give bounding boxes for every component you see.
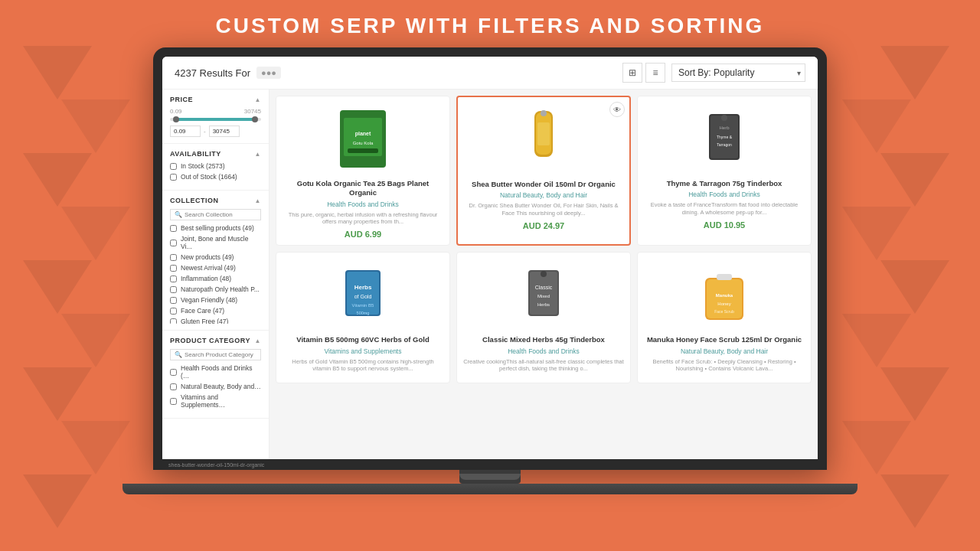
availability-out-of-stock-label: Out of Stock (1664) [181, 173, 237, 181]
svg-text:Tarragon: Tarragon [717, 142, 732, 147]
product-image-1 [513, 105, 574, 174]
category-cb-2[interactable] [170, 398, 177, 405]
search-keyword: ●●● [256, 67, 281, 79]
product-price-0: AUD 6.99 [345, 230, 381, 239]
collection-cb-4[interactable] [170, 276, 177, 282]
range-slider-fill [175, 118, 256, 121]
product-category-filter-section: PRODUCT CATEGORY ▲ 🔍 Health Foods and D [162, 331, 269, 419]
svg-text:Vitamin B5: Vitamin B5 [352, 303, 375, 308]
collection-item-6[interactable]: Vegan Friendly (48) [170, 296, 261, 304]
product-brand-0: Health Foods and Drinks [327, 201, 399, 208]
availability-in-stock[interactable]: In Stock (2573) [170, 162, 261, 170]
category-item-1[interactable]: Natural Beauty, Body and… [170, 383, 261, 390]
product-desc-2: Evoke a taste of FranceTransform flat fo… [644, 201, 805, 217]
category-item-2[interactable]: Vitamins and Supplements… [170, 393, 261, 409]
collection-cb-3[interactable] [170, 265, 177, 272]
collection-item-4[interactable]: Inflammation (48) [170, 275, 261, 282]
collection-cb-6[interactable] [170, 297, 177, 304]
results-info: 4237 Results For ●●● [175, 67, 281, 79]
collection-item-1[interactable]: Joint, Bone and Muscle Vi... [170, 235, 261, 250]
price-max-label: 30745 [244, 108, 261, 115]
svg-point-26 [541, 110, 547, 116]
collection-label-8: Gluten Free (47) [181, 318, 228, 324]
price-min-input[interactable]: 0.09 [170, 126, 201, 137]
url-bar: shea-butter-wonder-oil-150ml-dr-organic [162, 459, 818, 470]
collection-filter-title: COLLECTION ▲ [170, 197, 261, 204]
product-card-0[interactable]: planet Gotu Kola Gotu Kola Organic Tea 2… [276, 96, 450, 246]
availability-in-stock-checkbox[interactable] [170, 163, 177, 170]
availability-out-of-stock-checkbox[interactable] [170, 174, 177, 181]
collection-item-5[interactable]: Naturopath Only Health P... [170, 285, 261, 293]
svg-text:Face Scrub: Face Scrub [714, 309, 734, 314]
product-category-search[interactable]: 🔍 [170, 349, 261, 360]
svg-text:of Gold: of Gold [354, 294, 372, 299]
collection-item-2[interactable]: New products (49) [170, 253, 261, 261]
collection-search-input[interactable] [185, 211, 256, 218]
product-name-5: Manuka Honey Face Scrub 125ml Dr Organic [647, 335, 802, 344]
collection-cb-1[interactable] [170, 240, 177, 246]
price-collapse-icon[interactable]: ▲ [255, 96, 261, 103]
product-image-0: planet Gotu Kola [332, 104, 394, 173]
product-card-3[interactable]: Herbs of Gold Vitamin B5 500mg Vitamin B… [276, 252, 450, 383]
collection-collapse-icon[interactable]: ▲ [255, 197, 261, 204]
collection-cb-7[interactable] [170, 308, 177, 315]
collection-cb-5[interactable] [170, 286, 177, 293]
collection-label-4: Inflammation (48) [181, 275, 231, 282]
collection-cb-8[interactable] [170, 318, 177, 324]
collection-label-3: Newest Arrival (49) [181, 264, 236, 272]
collection-label-1: Joint, Bone and Muscle Vi... [181, 235, 261, 250]
category-item-0[interactable]: Health Foods and Drinks (… [170, 364, 261, 380]
product-card-5[interactable]: Manuka Honey Face Scrub Manuka Honey Fac… [637, 252, 812, 383]
screen-content: 4237 Results For ●●● ⊞ ≡ Sort By: Popula… [162, 57, 818, 470]
svg-text:Herbs: Herbs [537, 302, 550, 307]
availability-filter-section: AVAILABILITY ▲ In Stock (2573) Out of St [162, 144, 269, 191]
collection-search[interactable]: 🔍 [170, 209, 261, 220]
product-card-2[interactable]: Herb Thyme & Tarragon Thyme & Tarragon 7… [637, 96, 812, 246]
list-view-button[interactable]: ≡ [645, 63, 665, 83]
collection-label-6: Vegan Friendly (48) [181, 296, 237, 304]
product-category-search-input[interactable] [185, 351, 256, 358]
availability-in-stock-label: In Stock (2573) [181, 162, 225, 170]
product-desc-3: Herbs of Gold Vitamin B5 500mg contains … [283, 358, 443, 373]
collection-item-3[interactable]: Newest Arrival (49) [170, 264, 261, 272]
collection-item-7[interactable]: Face Care (47) [170, 307, 261, 315]
wishlist-button-1[interactable]: 👁 [609, 102, 625, 117]
range-slider-track [170, 118, 261, 121]
page-title: CUSTOM SERP WITH FILTERS AND SORTING [0, 0, 980, 47]
collection-item-0[interactable]: Best selling products (49) [170, 224, 261, 232]
price-max-input[interactable]: 30745 [209, 126, 240, 137]
results-count: 4237 Results For [175, 67, 250, 79]
collection-label-0: Best selling products (49) [181, 224, 254, 232]
category-cb-1[interactable] [170, 383, 177, 390]
svg-rect-34 [347, 272, 379, 315]
product-brand-4: Health Foods and Drinks [508, 347, 580, 355]
availability-filter-label: AVAILABILITY [170, 150, 221, 158]
collection-item-8[interactable]: Gluten Free (47) [170, 318, 261, 324]
top-bar-right: ⊞ ≡ Sort By: Popularity Sort By: Price L… [622, 63, 805, 83]
product-category-collapse-icon[interactable]: ▲ [255, 337, 261, 344]
product-card-1[interactable]: 👁 Shea Bu [456, 96, 631, 246]
laptop-base [122, 484, 858, 494]
svg-text:Herb: Herb [719, 126, 730, 130]
product-image-3: Herbs of Gold Vitamin B5 500mg [332, 260, 394, 329]
product-desc-5: Benefits of Face Scrub: • Deeply Cleansi… [644, 358, 805, 373]
product-card-4[interactable]: Classic Mixed Herbs Classic Mixed Herbs … [456, 252, 631, 383]
range-thumb-right[interactable] [252, 116, 258, 122]
collection-label-7: Face Care (47) [181, 307, 224, 315]
availability-out-of-stock[interactable]: Out of Stock (1664) [170, 173, 261, 181]
top-bar: 4237 Results For ●●● ⊞ ≡ Sort By: Popula… [162, 57, 818, 90]
sort-select[interactable]: Sort By: Popularity Sort By: Price Low t… [671, 64, 805, 82]
url-text: shea-butter-wonder-oil-150ml-dr-organic [168, 462, 264, 468]
range-thumb-left[interactable] [173, 116, 179, 122]
collection-cb-0[interactable] [170, 225, 177, 232]
product-name-1: Shea Butter Wonder Oil 150ml Dr Organic [472, 180, 616, 189]
availability-collapse-icon[interactable]: ▲ [255, 151, 261, 158]
product-name-0: Gotu Kola Organic Tea 25 Bags Planet Org… [283, 179, 443, 198]
category-cb-0[interactable] [170, 369, 177, 376]
product-category-filter-label: PRODUCT CATEGORY [170, 337, 250, 344]
laptop-notch [459, 474, 521, 480]
svg-text:Gotu Kola: Gotu Kola [353, 141, 374, 145]
collection-cb-2[interactable] [170, 254, 177, 261]
product-image-4: Classic Mixed Herbs [513, 260, 574, 329]
grid-view-button[interactable]: ⊞ [622, 63, 642, 83]
